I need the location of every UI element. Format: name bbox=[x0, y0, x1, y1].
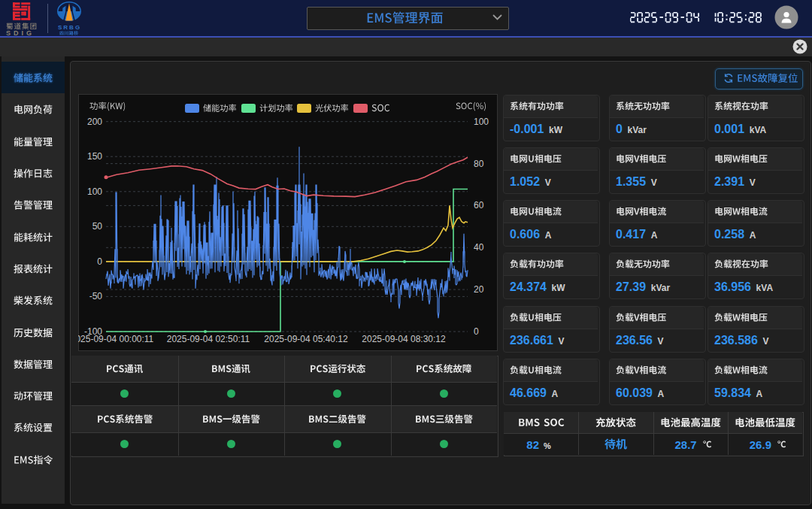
svg-text:50: 50 bbox=[92, 221, 103, 232]
svg-text:2025-09-04 02:50:11: 2025-09-04 02:50:11 bbox=[167, 334, 250, 344]
svg-text:20: 20 bbox=[474, 284, 484, 295]
svg-text:100: 100 bbox=[87, 186, 102, 197]
svg-text:2025-09-04 08:30:12: 2025-09-04 08:30:12 bbox=[362, 334, 446, 344]
svg-text:2025-09-04 05:40:12: 2025-09-04 05:40:12 bbox=[264, 334, 348, 344]
svg-text:150: 150 bbox=[87, 151, 102, 162]
svg-text:200: 200 bbox=[87, 117, 102, 127]
svg-text:-50: -50 bbox=[89, 291, 103, 301]
svg-text:2025-09-04 00:00:11: 2025-09-04 00:00:11 bbox=[78, 334, 154, 344]
svg-text:80: 80 bbox=[474, 159, 484, 169]
svg-text:100: 100 bbox=[474, 117, 489, 127]
svg-text:40: 40 bbox=[474, 242, 484, 253]
svg-text:0: 0 bbox=[474, 326, 479, 337]
svg-text:0: 0 bbox=[97, 256, 102, 267]
svg-text:60: 60 bbox=[474, 200, 484, 211]
